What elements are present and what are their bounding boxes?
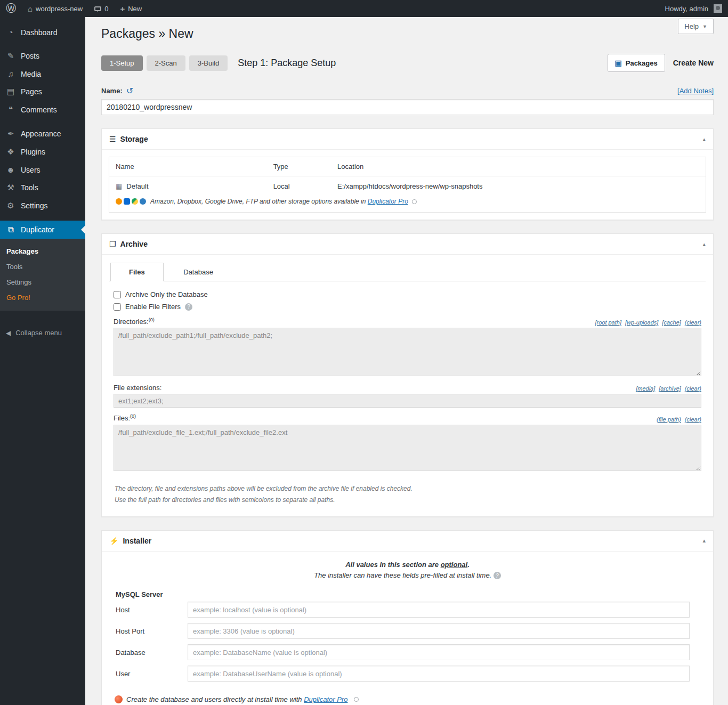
mysql-database-input[interactable]: [188, 644, 690, 660]
duplicator-pro-link[interactable]: Duplicator Pro: [368, 198, 408, 205]
new-content-menu[interactable]: + New: [114, 0, 148, 17]
comments-icon: ❝: [6, 105, 15, 115]
collapse-caret-icon[interactable]: ▴: [702, 136, 706, 143]
sidebar-item-users[interactable]: ☻ Users: [0, 161, 85, 179]
sidebar-item-label: Posts: [21, 52, 39, 60]
cache-link[interactable]: [cache]: [662, 319, 681, 326]
mysql-server-header: MySQL Server: [116, 590, 705, 598]
sidebar-item-settings[interactable]: ⚙ Settings: [0, 197, 85, 215]
settings-icon: ⚙: [6, 201, 15, 210]
sidebar-item-tools[interactable]: ⚒ Tools: [0, 179, 85, 197]
google-drive-icon: [132, 198, 138, 205]
sidebar-item-label: Comments: [21, 106, 57, 114]
sidebar-item-posts[interactable]: ✎ Posts: [0, 47, 85, 65]
add-notes-link[interactable]: [Add Notes]: [677, 87, 714, 95]
file-path-link[interactable]: (file path): [657, 416, 681, 423]
user-field-row: User: [116, 666, 690, 682]
media-extensions-link[interactable]: [media]: [636, 385, 655, 392]
duplicator-pro-link[interactable]: Duplicator Pro: [304, 695, 347, 703]
archive-notes: The directory, file and extensions paths…: [115, 483, 706, 506]
tab-files[interactable]: Files: [110, 263, 164, 281]
undo-icon[interactable]: ↺: [126, 86, 133, 96]
archive-title: Archive: [120, 240, 148, 248]
sidebar-item-duplicator-gopro[interactable]: Go Pro!: [0, 290, 85, 305]
storage-type-cell: Local: [273, 182, 337, 190]
tab-database[interactable]: Database: [165, 263, 231, 281]
storage-table: Name Type Location ▦ Default Local E:/xa…: [109, 157, 706, 213]
sidebar-item-duplicator-settings[interactable]: Settings: [0, 274, 85, 290]
packages-button[interactable]: ▣ Packages: [608, 54, 665, 72]
archive-icon: ❒: [109, 240, 116, 248]
database-field-row: Database: [116, 644, 690, 660]
sidebar-item-dashboard[interactable]: ◔ Dashboard: [0, 23, 85, 41]
sidebar-item-duplicator-tools[interactable]: Tools: [0, 259, 85, 274]
admin-sidebar: ◔ Dashboard ✎ Posts ♫ Media ▤ Pages ❝ Co…: [0, 17, 85, 705]
amazon-s3-icon: [116, 198, 122, 205]
package-name-input[interactable]: [101, 99, 714, 115]
collapse-caret-icon[interactable]: ▴: [702, 537, 706, 544]
pages-icon: ▤: [6, 87, 15, 96]
sidebar-item-label: Settings: [21, 201, 48, 210]
wp-logo-menu[interactable]: Ⓦ: [0, 0, 22, 17]
sidebar-item-duplicator[interactable]: ⧉ Duplicator: [0, 221, 85, 239]
step-toolbar: 1-Setup 2-Scan 3-Build Step 1: Package S…: [101, 54, 714, 72]
ftp-globe-icon: [140, 198, 146, 205]
installer-section-header[interactable]: ⚡ Installer ▴: [102, 531, 713, 552]
howdy-text: Howdy, admin: [665, 5, 708, 13]
archive-only-database-checkbox[interactable]: [114, 291, 121, 298]
help-button[interactable]: Help ▼: [678, 19, 714, 34]
storage-section-header[interactable]: ☰ Storage ▴: [102, 129, 713, 150]
tab-setup[interactable]: 1-Setup: [101, 55, 143, 71]
directories-filter-textarea[interactable]: /full_path/exclude_path1;/full_path/excl…: [114, 328, 701, 376]
comments-shortcut[interactable]: 0: [88, 0, 114, 17]
help-label: Help: [684, 22, 699, 30]
account-menu[interactable]: Howdy, admin: [659, 0, 728, 17]
archive-extensions-link[interactable]: [archive]: [659, 385, 681, 392]
archive-only-database-option[interactable]: Archive Only the Database: [114, 290, 706, 298]
create-new-label: Create New: [673, 59, 714, 67]
mysql-user-input[interactable]: [188, 666, 690, 682]
sidebar-item-label: Dashboard: [21, 28, 58, 37]
wordpress-logo-icon: Ⓦ: [6, 2, 16, 15]
collapse-menu-label: Collapse menu: [15, 329, 62, 337]
storage-pro-note: Amazon, Dropbox, Google Drive, FTP and o…: [109, 194, 706, 212]
enable-file-filters-checkbox[interactable]: [114, 303, 121, 311]
files-filter-textarea[interactable]: /full_path/exclude_file_1.ext;/full_path…: [114, 425, 701, 471]
lightbulb-icon: [412, 199, 417, 204]
sidebar-item-label: Media: [21, 70, 41, 78]
duplicator-submenu: Packages Tools Settings Go Pro!: [0, 239, 85, 311]
sidebar-item-duplicator-packages[interactable]: Packages: [0, 244, 85, 259]
site-name: wordpress-new: [36, 5, 83, 13]
help-question-icon[interactable]: ?: [185, 303, 192, 311]
collapse-menu-button[interactable]: ◀ Collapse menu: [0, 325, 85, 341]
clear-directories-link[interactable]: (clear): [685, 319, 701, 326]
root-path-link[interactable]: [root path]: [595, 319, 621, 326]
dropbox-icon: [124, 198, 130, 205]
tab-scan[interactable]: 2-Scan: [147, 55, 185, 71]
help-question-icon[interactable]: ?: [494, 572, 501, 579]
collapse-arrow-icon: ◀: [6, 329, 11, 337]
enable-file-filters-option[interactable]: Enable File Filters ?: [114, 303, 706, 311]
installer-prefill-note: The installer can have these fields pre-…: [110, 571, 705, 580]
file-extensions-input[interactable]: [114, 394, 701, 408]
wp-uploads-link[interactable]: [wp-uploads]: [625, 319, 658, 326]
archive-section-header[interactable]: ❒ Archive ▴: [102, 234, 713, 255]
sidebar-item-comments[interactable]: ❝ Comments: [0, 101, 85, 119]
enable-file-filters-label: Enable File Filters: [125, 303, 181, 311]
mysql-host-input[interactable]: [188, 602, 690, 618]
sidebar-item-plugins[interactable]: ❖ Plugins: [0, 143, 85, 161]
mysql-port-input[interactable]: [188, 623, 690, 639]
archive-note-1: The directory, file and extensions paths…: [115, 483, 706, 495]
duplicator-icon: ⧉: [6, 225, 15, 234]
tab-build[interactable]: 3-Build: [189, 55, 228, 71]
clear-files-link[interactable]: (clear): [685, 416, 701, 423]
step-title: Step 1: Package Setup: [238, 58, 336, 69]
new-label: New: [128, 5, 142, 13]
sidebar-item-appearance[interactable]: ✒ Appearance: [0, 125, 85, 143]
archive-tabs: Files Database: [109, 262, 706, 281]
sidebar-item-media[interactable]: ♫ Media: [0, 65, 85, 83]
site-menu[interactable]: ⌂ wordpress-new: [22, 0, 88, 17]
clear-extensions-link[interactable]: (clear): [685, 385, 701, 392]
sidebar-item-pages[interactable]: ▤ Pages: [0, 83, 85, 101]
collapse-caret-icon[interactable]: ▴: [702, 241, 706, 248]
